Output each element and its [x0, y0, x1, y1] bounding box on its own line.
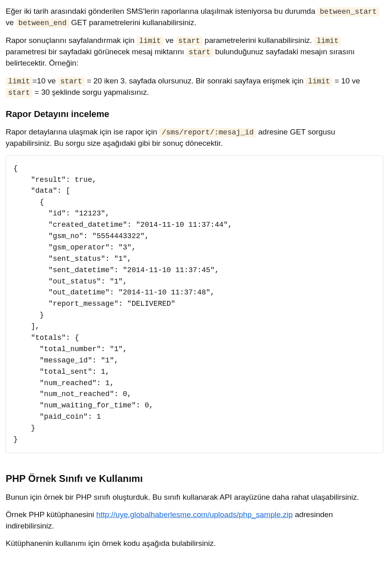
link-php-sample[interactable]: http://uye.globalhaberlesme.com/uploads/…	[96, 510, 293, 519]
code-limit: limit	[6, 77, 32, 86]
text: = 20 iken 3. sayfada olursunuz. Bir sonr…	[85, 77, 306, 85]
paragraph-php-intro: Bunun için örnek bir PHP sınıfı oluşturd…	[6, 492, 383, 503]
code-between-start: between_start	[317, 7, 379, 17]
text: GET parametrelerini kullanabilirsiniz.	[69, 18, 196, 27]
text: ve	[163, 36, 176, 45]
heading-report-detail: Rapor Detayını inceleme	[6, 108, 383, 121]
paragraph-php-usage: Kütüphanenin kullanımı için örnek kodu a…	[6, 538, 383, 549]
text: =10 ve	[32, 77, 58, 85]
text: Örnek PHP kütüphanesini	[6, 510, 96, 519]
paragraph-php-download: Örnek PHP kütüphanesini http://uye.globa…	[6, 509, 383, 531]
code-endpoint: /sms/report/:mesaj_id	[159, 128, 256, 137]
code-limit: limit	[314, 36, 341, 46]
text: Rapor detaylarına ulaşmak için ise rapor…	[6, 128, 159, 136]
paragraph-report-detail: Rapor detaylarına ulaşmak için ise rapor…	[6, 126, 383, 149]
code-start: start	[58, 77, 85, 86]
text: parametresi bir sayfadaki görünecek mesa…	[6, 47, 186, 56]
heading-php-sample: PHP Örnek Sınıfı ve Kullanımı	[6, 472, 383, 486]
text: Rapor sonuçlarını sayfalandırmak için	[6, 36, 137, 45]
code-start: start	[186, 48, 213, 57]
paragraph-date-range: Eğer iki tarih arasındaki gönderilen SMS…	[6, 6, 383, 28]
text: parametrelerini kullanabilirsiniz.	[203, 36, 314, 45]
code-limit: limit	[137, 36, 163, 46]
code-between-end: between_end	[16, 19, 69, 28]
text: = 10 ve	[332, 77, 360, 85]
text: = 30 şeklinde sorgu yapmalısınız.	[32, 88, 149, 96]
code-start: start	[176, 36, 203, 46]
paragraph-example: limit=10 ve start = 20 iken 3. sayfada o…	[6, 75, 383, 98]
text: Eğer iki tarih arasındaki gönderilen SMS…	[6, 7, 317, 15]
text: ve	[6, 18, 16, 27]
code-start: start	[6, 88, 32, 98]
code-limit: limit	[306, 77, 332, 86]
paragraph-pagination: Rapor sonuçlarını sayfalandırmak için li…	[6, 35, 383, 69]
code-block-json-response: { "result": true, "data": [ { "id": "121…	[6, 156, 383, 453]
